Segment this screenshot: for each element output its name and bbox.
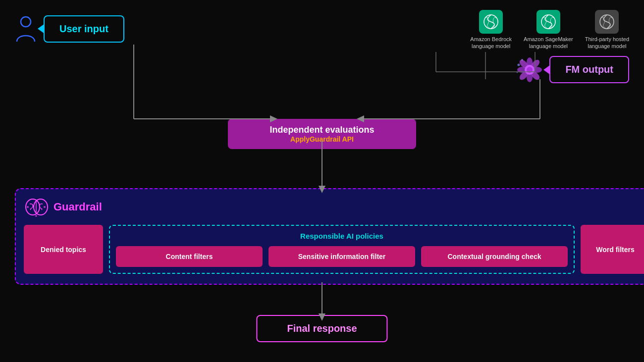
guardrail-header: Guardrail	[24, 197, 644, 217]
independent-eval-box: Independent evaluations ApplyGuardrail A…	[228, 119, 416, 149]
contextual-grounding-label: Contextual grounding check	[447, 252, 541, 261]
guardrail-brain-icon	[24, 197, 49, 217]
fm-output-group: Amazon Bedrocklanguage model Amazon Sage…	[470, 10, 629, 85]
svg-point-7	[518, 63, 520, 66]
fm-output-box: FM output	[549, 56, 629, 83]
responsible-ai-label: Responsible AI policies	[300, 232, 383, 240]
sagemaker-label: Amazon SageMakerlanguage model	[524, 36, 573, 50]
thirdparty-icon	[595, 10, 619, 34]
sagemaker-icon	[537, 10, 560, 34]
svg-point-0	[21, 17, 31, 27]
sensitive-info-box: Sensitive information filter	[268, 246, 415, 267]
final-response-label: Final response	[287, 323, 357, 334]
guardrail-label: Guardrail	[54, 201, 102, 213]
guardrail-section: Guardrail Denied topics Responsible AI p…	[15, 188, 644, 285]
flower-icon	[515, 55, 544, 85]
bedrock-icon	[479, 10, 503, 34]
final-response-group: Final response	[256, 315, 387, 342]
fm-output-label: FM output	[565, 64, 613, 75]
content-filters-label: Content filters	[166, 252, 213, 261]
diagram-layout: User input Amazon Bedrocklanguage model	[0, 0, 644, 362]
guardrail-inner: Denied topics Responsible AI policies Co…	[24, 225, 644, 274]
user-input-box: User input	[44, 15, 124, 43]
svg-point-19	[527, 67, 533, 73]
svg-point-8	[517, 71, 518, 73]
denied-topics-box: Denied topics	[24, 225, 103, 274]
responsible-ai-box: Responsible AI policies Content filters …	[109, 225, 575, 274]
bedrock-label: Amazon Bedrocklanguage model	[470, 36, 512, 50]
svg-point-25	[35, 215, 37, 217]
indep-eval-title: Independent evaluations	[248, 125, 396, 135]
final-response-box: Final response	[256, 315, 387, 342]
word-filters-box: Word filters	[581, 225, 644, 274]
model-item-sagemaker: Amazon SageMakerlanguage model	[524, 10, 573, 50]
responsible-ai-items: Content filters Sensitive information fi…	[116, 246, 568, 267]
content-filters-box: Content filters	[116, 246, 263, 267]
models-row: Amazon Bedrocklanguage model Amazon Sage…	[470, 10, 629, 50]
person-icon	[15, 15, 37, 43]
svg-point-24	[44, 206, 46, 208]
word-filters-label: Word filters	[596, 246, 635, 254]
user-input-label: User input	[59, 23, 108, 34]
model-item-bedrock: Amazon Bedrocklanguage model	[470, 10, 512, 50]
svg-point-23	[27, 206, 29, 208]
sensitive-info-label: Sensitive information filter	[298, 252, 386, 261]
indep-eval-subtitle: ApplyGuardrail API	[248, 135, 396, 143]
thirdparty-label: Third-party hostedlanguage model	[585, 36, 629, 50]
model-item-thirdparty: Third-party hostedlanguage model	[585, 10, 629, 50]
contextual-grounding-box: Contextual grounding check	[421, 246, 568, 267]
denied-topics-label: Denied topics	[41, 246, 86, 254]
user-input-group: User input	[15, 15, 124, 43]
